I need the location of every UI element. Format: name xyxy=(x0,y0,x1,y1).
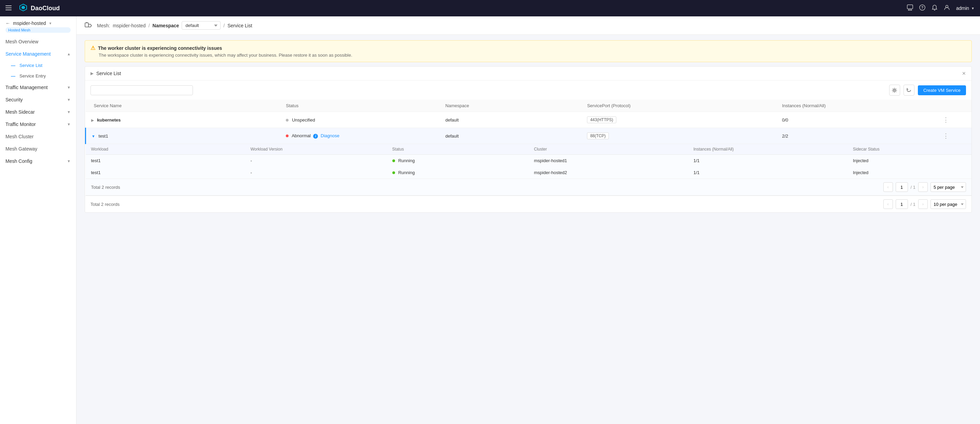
create-vm-service-button[interactable]: Create VM Service xyxy=(918,85,966,95)
sidebar-item-mesh-cluster[interactable]: Mesh Cluster xyxy=(0,130,76,143)
svg-text:?: ? xyxy=(921,5,924,10)
sidebar-item-service-list[interactable]: — Service List xyxy=(0,60,76,71)
th-service-port: ServicePort (Protocol) xyxy=(582,100,776,112)
sub-status-dot-2 xyxy=(392,172,395,174)
service-name-kubernetes[interactable]: kubernetes xyxy=(97,118,121,122)
sub-next-page-btn[interactable]: › xyxy=(918,182,928,192)
service-list-dash: — xyxy=(11,63,15,68)
td-service-name-test1: ▼ test1 xyxy=(86,128,281,144)
main-pagination-bar: Total 2 records ‹ / 1 › 5 per page 10 pe… xyxy=(85,195,972,212)
help-icon[interactable]: ? xyxy=(919,5,925,12)
card-header: ▶ Service List ✕ xyxy=(85,67,972,81)
main-per-page-select[interactable]: 5 per page 10 per page 20 per page xyxy=(931,199,966,209)
sub-per-page-select[interactable]: 5 per page 10 per page 20 per page xyxy=(931,182,966,192)
more-options-kubernetes[interactable]: ⋮ xyxy=(942,116,950,123)
sidebar-item-service-management[interactable]: Service Management xyxy=(0,48,76,60)
card-header-left: ▶ Service List xyxy=(91,71,121,76)
sub-td-instances-2: 1/1 xyxy=(688,167,848,179)
sidebar-item-service-entry[interactable]: — Service Entry xyxy=(0,71,76,81)
td-namespace-kubernetes: default xyxy=(440,112,582,128)
td-more-test1: ⋮ xyxy=(936,128,972,144)
sub-td-sidecar-2: Injected xyxy=(848,167,972,179)
sub-td-workload-version-1: - xyxy=(245,155,387,167)
sidebar-item-mesh-gateway[interactable]: Mesh Gateway xyxy=(0,143,76,155)
user-area[interactable]: admin ▼ xyxy=(956,5,975,11)
sidebar-mesh-name: mspider-hosted xyxy=(13,21,46,26)
sidebar-item-security[interactable]: Security xyxy=(0,94,76,106)
main-next-page-btn[interactable]: › xyxy=(918,199,928,209)
card-expand-icon[interactable]: ▶ xyxy=(91,71,94,76)
traffic-monitor-chevron xyxy=(67,122,71,126)
bell-icon[interactable] xyxy=(932,5,938,12)
sidebar-item-traffic-management[interactable]: Traffic Management xyxy=(0,81,76,94)
sub-td-cluster-2: mspider-hosted2 xyxy=(528,167,688,179)
sub-table-body: test1 - Running mspider-hosted1 1/1 xyxy=(86,155,972,179)
namespace-select[interactable]: default kube-system istio-system xyxy=(182,21,221,30)
sub-td-sidecar-1: Injected xyxy=(848,155,972,167)
top-nav: DaoCloud ? admin ▼ xyxy=(0,0,980,16)
logo-icon xyxy=(19,3,27,13)
sub-th-workload: Workload xyxy=(86,144,245,155)
user-name: admin xyxy=(956,5,969,11)
sidebar-mesh-badge: Hosted Mesh xyxy=(5,27,71,33)
alert-banner: ⚠ The worker cluster is experiencing con… xyxy=(85,40,972,62)
td-namespace-test1: default xyxy=(440,128,582,144)
td-port-test1: 88(TCP) xyxy=(582,128,776,144)
row-expand-btn-kubernetes[interactable]: ▶ xyxy=(91,118,94,122)
svg-marker-4 xyxy=(22,6,25,9)
th-service-name: Service Name xyxy=(86,100,281,112)
info-icon-test1[interactable]: i xyxy=(313,134,318,138)
sidebar-item-mesh-config[interactable]: Mesh Config xyxy=(0,155,76,167)
settings-button[interactable] xyxy=(889,85,900,95)
sub-status-text-2: Running xyxy=(398,170,415,175)
sidebar-item-label-service-list: Service List xyxy=(19,63,42,68)
sub-prev-page-btn[interactable]: ‹ xyxy=(883,182,893,192)
back-icon[interactable]: ← xyxy=(5,21,10,26)
sub-table-header-row: Workload Workload Version Status Cluster… xyxy=(86,144,972,155)
sidebar-item-label-service-entry: Service Entry xyxy=(19,73,46,78)
sub-th-workload-version: Workload Version xyxy=(245,144,387,155)
sidebar-mesh-dropdown-icon[interactable]: ▼ xyxy=(49,22,52,25)
sub-td-workload-1: test1 xyxy=(86,155,245,167)
table-header-row: Service Name Status Namespace ServicePor… xyxy=(86,100,972,112)
chat-icon[interactable] xyxy=(907,5,913,12)
row-expand-btn-test1[interactable]: ▼ xyxy=(92,134,95,138)
sidebar-item-mesh-sidecar[interactable]: Mesh Sidecar xyxy=(0,106,76,118)
refresh-button[interactable] xyxy=(904,85,915,95)
card-close-icon[interactable]: ✕ xyxy=(962,71,966,76)
more-options-test1[interactable]: ⋮ xyxy=(942,132,950,139)
sub-td-cluster-1: mspider-hosted1 xyxy=(528,155,688,167)
service-table: Service Name Status Namespace ServicePor… xyxy=(85,100,972,195)
sub-status-dot-1 xyxy=(392,159,395,162)
breadcrumb-mesh-name[interactable]: mspider-hosted xyxy=(113,23,146,29)
hamburger-icon[interactable] xyxy=(5,5,12,12)
main-total-text: Total 2 records xyxy=(91,202,119,207)
sub-th-instances: Instances (Normal/All) xyxy=(688,144,848,155)
status-text-kubernetes: Unspecified xyxy=(292,118,315,122)
main-prev-page-btn[interactable]: ‹ xyxy=(883,199,893,209)
td-service-name: ▶ kubernetes xyxy=(86,112,281,128)
sidebar-item-traffic-monitor[interactable]: Traffic Monitor xyxy=(0,118,76,130)
sub-table-wrapper: Workload Workload Version Status Cluster… xyxy=(86,144,972,195)
table-toolbar: Create VM Service xyxy=(85,81,972,100)
svg-rect-2 xyxy=(5,10,12,10)
traffic-management-chevron xyxy=(67,85,71,89)
sub-td-instances-1: 1/1 xyxy=(688,155,848,167)
table-body: ▶ kubernetes Unspecified default 443(HTT… xyxy=(86,112,972,195)
th-namespace: Namespace xyxy=(440,100,582,112)
port-badge-test1: 88(TCP) xyxy=(587,132,608,139)
search-input[interactable] xyxy=(91,85,193,95)
td-status-test1: Abnormal i Diagnose xyxy=(280,128,440,144)
sub-page-input[interactable] xyxy=(896,182,908,192)
main-page-input[interactable] xyxy=(896,199,908,209)
sub-page-separator: / 1 xyxy=(911,185,915,190)
sidebar-item-mesh-overview[interactable]: Mesh Overview xyxy=(0,35,76,48)
mesh-config-chevron xyxy=(67,159,71,163)
user-avatar-icon[interactable] xyxy=(944,5,950,12)
service-name-test1[interactable]: test1 xyxy=(99,133,108,138)
sub-td-workload-version-2: - xyxy=(245,167,387,179)
sidebar-item-label-service-management: Service Management xyxy=(5,51,51,57)
diagnose-link-test1[interactable]: Diagnose xyxy=(321,133,339,138)
breadcrumb: Mesh: mspider-hosted / Namespace default… xyxy=(76,16,980,35)
toolbar-actions: Create VM Service xyxy=(889,85,966,95)
